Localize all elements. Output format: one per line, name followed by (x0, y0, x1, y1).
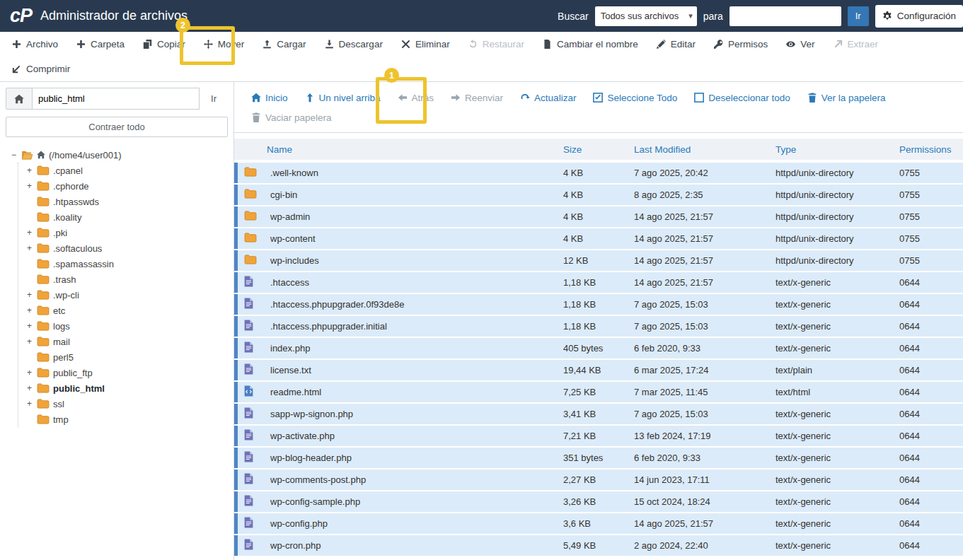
table-row[interactable]: wp-includes12 KB14 ago 2025, 21:57httpd/… (234, 250, 963, 271)
table-row[interactable]: wp-admin4 KB14 ago 2025, 21:57httpd/unix… (234, 206, 963, 227)
tree-item-etc[interactable]: +etc (25, 303, 228, 318)
tree-item-softaculous[interactable]: +.softaculous (25, 240, 228, 256)
tree-item-wp-cli[interactable]: +.wp-cli (25, 287, 228, 303)
table-row[interactable]: .htaccess1,18 KB14 ago 2025, 21:57text/x… (234, 272, 963, 293)
tree-item-koality[interactable]: .koality (25, 209, 228, 225)
path-input[interactable] (33, 88, 200, 110)
toolbar-copy-button[interactable]: Copiar (134, 32, 195, 57)
collapse-icon[interactable]: − (10, 150, 18, 160)
table-row[interactable]: cgi-bin4 KB8 ago 2025, 2:35httpd/unix-di… (234, 185, 963, 205)
file-permissions-cell: 0644 (899, 277, 963, 288)
tree-item-mail[interactable]: +mail (25, 334, 228, 349)
table-row[interactable]: .well-known4 KB7 ago 2025, 20:42httpd/un… (234, 163, 963, 183)
filebar-view-trash-button[interactable]: Ver la papelera (799, 88, 894, 107)
tree-item-htpasswds[interactable]: .htpasswds (25, 194, 228, 209)
table-row[interactable]: wp-blog-header.php351 bytes6 feb 2020, 9… (234, 448, 963, 468)
toolbar-rename-button[interactable]: Cambiar el nombre (534, 32, 647, 57)
tree-item-cpanel[interactable]: +.cpanel (25, 163, 228, 178)
column-header-name[interactable]: Name (267, 144, 563, 155)
file-permissions-cell: 0644 (899, 343, 963, 354)
filebar-forward-button: Reenviar (442, 88, 512, 107)
column-header-last-modified[interactable]: Last Modified (634, 144, 775, 155)
expand-icon[interactable]: + (25, 368, 33, 378)
search-scope-select[interactable]: Todos sus archivos ▾ (595, 6, 697, 26)
expand-icon[interactable]: + (25, 305, 33, 315)
toolbar-delete-button[interactable]: Eliminar (392, 32, 459, 57)
table-row[interactable]: wp-activate.php7,21 KB13 feb 2024, 17:19… (234, 426, 963, 446)
column-header-permissions[interactable]: Permissions (899, 144, 963, 155)
file-manager-app: cP Administrador de archivos Buscar Todo… (0, 0, 963, 560)
folder-icon (244, 233, 257, 243)
search-scope-value: Todos sus archivos (601, 11, 679, 21)
column-header-size[interactable]: Size (563, 144, 634, 155)
toolbar-compress-label: Comprimir (26, 64, 70, 74)
tree-item-trash[interactable]: .trash (25, 272, 228, 287)
tree-item-public-ftp[interactable]: +public_ftp (25, 365, 228, 380)
expand-icon[interactable]: + (25, 399, 33, 409)
toolbar-view-button[interactable]: Ver (777, 32, 824, 57)
file-icon (244, 517, 253, 528)
toolbar-move-button[interactable]: Mover (195, 32, 254, 57)
search-label: Buscar (558, 11, 589, 22)
cpanel-logo[interactable]: cP (10, 5, 32, 27)
filebar-reload-button[interactable]: Actualizar (512, 88, 584, 107)
home-directory-button[interactable] (6, 88, 33, 110)
file-type-cell: httpd/unix-directory (775, 233, 899, 244)
tree-item-tmp[interactable]: tmp (25, 412, 228, 427)
filebar-up-level-button[interactable]: Un nivel arriba (296, 88, 389, 107)
toolbar-file-button[interactable]: Archivo (3, 32, 67, 57)
search-go-button[interactable]: Ir (848, 6, 869, 26)
expand-icon[interactable]: + (25, 165, 33, 175)
file-size-cell: 351 bytes (563, 453, 634, 463)
table-row[interactable]: sapp-wp-signon.php3,41 KB7 ago 2025, 15:… (234, 404, 963, 424)
file-modified-cell: 14 ago 2025, 21:57 (634, 277, 775, 288)
expand-icon[interactable]: + (25, 321, 33, 331)
table-row[interactable]: .htaccess.phpupgrader.initial1,18 KB7 ag… (234, 316, 963, 337)
expand-icon[interactable]: + (25, 243, 33, 253)
file-modified-cell: 2 ago 2024, 22:40 (634, 540, 775, 551)
toolbar-compress-button[interactable]: Comprimir (3, 57, 79, 81)
toolbar-download-button[interactable]: Descargar (316, 32, 392, 57)
table-row[interactable]: wp-comments-post.php2,27 KB14 jun 2023, … (234, 469, 963, 490)
table-row[interactable]: wp-config-sample.php3,26 KB15 oct 2024, … (234, 491, 963, 512)
column-header-type[interactable]: Type (775, 144, 899, 155)
table-row[interactable]: .htaccess.phpupgrader.0f93de8e1,18 KB7 a… (234, 294, 963, 315)
file-name-cell: license.txt (270, 365, 563, 375)
tree-item-logs[interactable]: +logs (25, 318, 228, 334)
path-go-button[interactable]: Ir (200, 88, 228, 110)
tree-root-item[interactable]: −(/home4/user001) (10, 147, 228, 163)
table-row[interactable]: wp-config.php3,6 KB14 ago 2025, 21:57tex… (234, 513, 963, 534)
tree-item-ssl[interactable]: +ssl (25, 396, 228, 412)
table-row[interactable]: wp-content4 KB14 ago 2025, 21:57httpd/un… (234, 228, 963, 249)
file-modified-cell: 6 mar 2025, 17:24 (634, 365, 775, 375)
filebar-unselect-all-button[interactable]: Deseleccionar todo (686, 88, 799, 107)
expand-icon[interactable]: + (25, 181, 33, 191)
table-row[interactable]: readme.html7,25 KB7 mar 2025, 11:45text/… (234, 382, 963, 402)
file-icon (244, 363, 253, 375)
toolbar-upload-button[interactable]: Cargar (253, 32, 315, 57)
expand-icon[interactable]: + (25, 290, 33, 300)
search-input[interactable] (730, 6, 841, 26)
tree-item-pki[interactable]: +.pki (25, 225, 228, 240)
toolbar-permissions-button[interactable]: Permisos (705, 32, 777, 57)
tree-item-label: .trash (53, 274, 76, 285)
toolbar-edit-button[interactable]: Editar (647, 32, 705, 57)
tree-item-cphorde[interactable]: +.cphorde (25, 178, 228, 194)
file-permissions-cell: 0644 (899, 431, 963, 441)
file-icon-cell (238, 342, 270, 355)
filebar-select-all-button[interactable]: Seleccione Todo (584, 88, 686, 107)
collapse-all-button[interactable]: Contraer todo (6, 117, 228, 137)
expand-icon[interactable]: + (25, 228, 33, 238)
expand-icon[interactable]: + (25, 383, 33, 393)
tree-item-public-html[interactable]: +public_html (25, 380, 228, 396)
tree-item-spamassassin[interactable]: .spamassassin (25, 256, 228, 272)
settings-button[interactable]: Configuración (875, 5, 963, 28)
table-row[interactable]: index.php405 bytes6 feb 2020, 9:33text/x… (234, 338, 963, 358)
toolbar-folder-button[interactable]: Carpeta (67, 32, 134, 57)
filebar-home-button[interactable]: Inicio (243, 88, 296, 107)
tree-item-perl5[interactable]: perl5 (25, 349, 228, 365)
table-row[interactable]: wp-cron.php5,49 KB2 ago 2024, 22:40text/… (234, 535, 963, 556)
table-row[interactable]: license.txt19,44 KB6 mar 2025, 17:24text… (234, 360, 963, 380)
expand-icon[interactable]: + (25, 337, 33, 346)
file-icon-cell (238, 363, 270, 377)
